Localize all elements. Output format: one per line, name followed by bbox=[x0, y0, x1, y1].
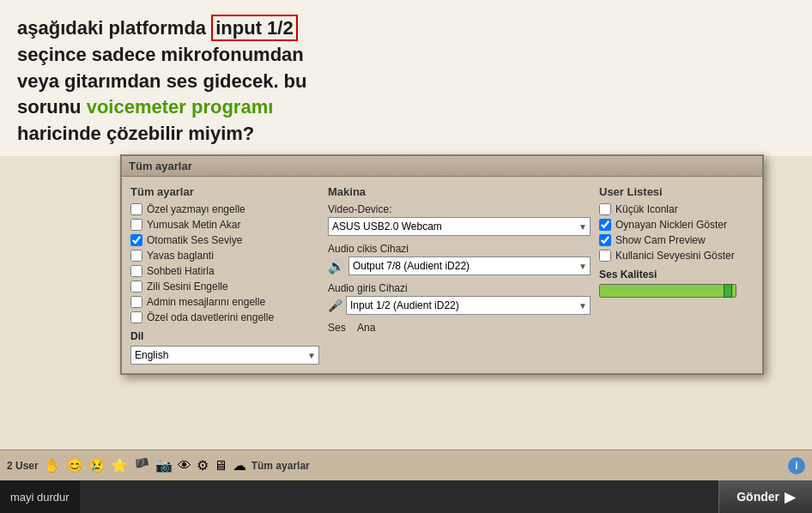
ses-row: Ses Ana bbox=[328, 322, 591, 334]
sad-icon: 😢 bbox=[88, 457, 106, 474]
dil-label: Dil bbox=[130, 330, 319, 342]
video-device-select[interactable]: ASUS USB2.0 Webcam bbox=[328, 217, 591, 236]
bottom-left-label: mayi durdur bbox=[0, 491, 80, 504]
checkbox-yumusak: Yumusak Metin Akar bbox=[130, 219, 319, 231]
bottom-input-area[interactable] bbox=[80, 480, 719, 513]
info-button[interactable]: i bbox=[788, 457, 805, 474]
checkbox-admin-label: Admin mesajlarını engelle bbox=[147, 296, 265, 308]
monitor-icon: 🖥 bbox=[214, 458, 227, 474]
audio-giris-group: Audio giris Cihazi 🎤 Input 1/2 (Audient … bbox=[328, 282, 591, 315]
checkbox-otomatik: Otomatik Ses Seviye bbox=[130, 234, 319, 246]
user-count: 2 User bbox=[7, 460, 39, 472]
audio-giris-dropdown-wrapper: Input 1/2 (Audient iD22) ▼ bbox=[346, 296, 591, 315]
eye-icon: 👁 bbox=[178, 458, 191, 474]
checkbox-otomatik-input[interactable] bbox=[130, 234, 142, 246]
checkbox-yavas-label: Yavas baglanti bbox=[147, 250, 214, 262]
tum-ayarlar-dialog: Tüm ayarlar Tüm ayarlar Özel yazmayı eng… bbox=[120, 154, 764, 375]
checkbox-oynayan-label: Oynayan Nickleri Göster bbox=[615, 219, 727, 231]
speaker-icon: 🔊 bbox=[328, 258, 345, 275]
checkbox-otomatik-label: Otomatik Ses Seviye bbox=[147, 234, 242, 246]
checkbox-kucuk: Küçük Iconlar bbox=[599, 203, 754, 215]
checkbox-zil-input[interactable] bbox=[130, 281, 142, 293]
taskbar: 2 User ✋ 😊 😢 ⭐ 🏴 📷 👁 ⚙ 🖥 ☁ Tüm ayarlar i bbox=[0, 450, 812, 480]
top-line4-prefix: sorunu bbox=[17, 96, 87, 118]
dialog-content: Tüm ayarlar Özel yazmayı engelle Yumusak… bbox=[122, 177, 762, 373]
camera-icon: 📷 bbox=[155, 457, 173, 474]
ses-kalitesi-label: Ses Kalitesi bbox=[599, 269, 754, 281]
checkbox-sohbet: Sohbeti Hatirla bbox=[130, 265, 319, 277]
checkbox-show-cam: Show Cam Preview bbox=[599, 234, 754, 246]
user-listesi-header: User Listesi bbox=[599, 185, 754, 198]
checkbox-admin-input[interactable] bbox=[130, 296, 142, 308]
top-line2: seçince sadece mikrofonumdan bbox=[17, 44, 304, 65]
checkbox-kullanici-input[interactable] bbox=[599, 250, 611, 262]
checkbox-zil-label: Zili Sesini Engelle bbox=[147, 281, 228, 293]
audio-cikis-label: Audio cikis Cihazi bbox=[328, 243, 591, 255]
ses-label: Ses bbox=[328, 322, 354, 334]
mic-icon: 🎤 bbox=[328, 299, 342, 312]
checkbox-ozel-yazma-label: Özel yazmayı engelle bbox=[147, 203, 245, 215]
checkbox-yumusak-input[interactable] bbox=[130, 219, 142, 231]
checkbox-ozel-yazma-input[interactable] bbox=[130, 203, 142, 215]
settings-icon[interactable]: ⚙ bbox=[197, 457, 209, 474]
lang-select[interactable]: English bbox=[130, 346, 319, 365]
dialog-titlebar: Tüm ayarlar bbox=[122, 156, 762, 177]
checkbox-kucuk-input[interactable] bbox=[599, 203, 611, 215]
video-device-group: Video-Device: ASUS USB2.0 Webcam ▼ bbox=[328, 203, 591, 236]
audio-cikis-select[interactable]: Output 7/8 (Audient iD22) bbox=[348, 256, 591, 275]
makina-header: Makina bbox=[328, 185, 591, 198]
checkbox-show-cam-label: Show Cam Preview bbox=[615, 234, 706, 246]
right-panel: User Listesi Küçük Iconlar Oynayan Nickl… bbox=[599, 185, 754, 365]
left-panel-header: Tüm ayarlar bbox=[130, 185, 319, 198]
checkbox-ozel-oda: Özel oda davetlerini engelle bbox=[130, 311, 319, 323]
top-line4-green: voicemeter programı bbox=[87, 96, 274, 118]
top-line5: haricinde çözebilir miyim? bbox=[17, 123, 254, 144]
checkbox-yavas: Yavas baglanti bbox=[130, 250, 319, 262]
smile-icon: 😊 bbox=[66, 457, 83, 474]
checkbox-admin: Admin mesajlarını engelle bbox=[130, 296, 319, 308]
audio-cikis-row: 🔊 Output 7/8 (Audient iD22) ▼ bbox=[328, 256, 591, 275]
dialog-title: Tüm ayarlar bbox=[129, 160, 192, 172]
checkbox-ozel-oda-label: Özel oda davetlerini engelle bbox=[147, 311, 274, 323]
top-text-area: aşağıdaki platformda input 1/2 seçince s… bbox=[0, 0, 812, 156]
video-device-label: Video-Device: bbox=[328, 203, 591, 215]
audio-cikis-dropdown-wrapper: Output 7/8 (Audient iD22) ▼ bbox=[348, 256, 591, 275]
left-panel: Tüm ayarlar Özel yazmayı engelle Yumusak… bbox=[130, 185, 319, 365]
audio-cikis-group: Audio cikis Cihazi 🔊 Output 7/8 (Audient… bbox=[328, 243, 591, 275]
audio-giris-label: Audio giris Cihazi bbox=[328, 282, 591, 294]
checkbox-sohbet-input[interactable] bbox=[130, 265, 142, 277]
checkbox-ozel-yazma: Özel yazmayı engelle bbox=[130, 203, 319, 215]
star-icon: ⭐ bbox=[111, 457, 128, 474]
cloud-icon: ☁ bbox=[233, 457, 246, 474]
checkbox-show-cam-input[interactable] bbox=[599, 234, 611, 246]
checkbox-ozel-oda-input[interactable] bbox=[130, 311, 142, 323]
checkbox-yumusak-label: Yumusak Metin Akar bbox=[147, 219, 240, 231]
bottom-bar: mayi durdur Gönder ▶ bbox=[0, 480, 812, 513]
ana-label: Ana bbox=[357, 322, 383, 334]
gonder-arrow-icon: ▶ bbox=[785, 489, 795, 505]
video-device-dropdown-wrapper: ASUS USB2.0 Webcam ▼ bbox=[328, 217, 591, 236]
checkbox-kullanici: Kullanici Sevyesini Göster bbox=[599, 250, 754, 262]
audio-giris-row: 🎤 Input 1/2 (Audient iD22) ▼ bbox=[328, 296, 591, 315]
top-highlight-box: input 1/2 bbox=[211, 15, 297, 41]
checkbox-zil: Zili Sesini Engelle bbox=[130, 281, 319, 293]
ses-kalitesi-slider-thumb[interactable] bbox=[724, 284, 732, 298]
gonder-button[interactable]: Gönder ▶ bbox=[718, 480, 812, 513]
flag-icon: 🏴 bbox=[133, 457, 150, 474]
tum-ayarlar-taskbar[interactable]: Tüm ayarlar bbox=[251, 460, 310, 472]
checkbox-kullanici-label: Kullanici Sevyesini Göster bbox=[615, 250, 735, 262]
top-line1-prefix: aşağıdaki platformda bbox=[17, 17, 206, 39]
checkbox-oynayan: Oynayan Nickleri Göster bbox=[599, 219, 754, 231]
gonder-label: Gönder bbox=[736, 490, 779, 504]
middle-panel: Makina Video-Device: ASUS USB2.0 Webcam … bbox=[328, 185, 591, 365]
top-line3: veya gitarımdan ses gidecek. bu bbox=[17, 70, 306, 92]
hand-icon: ✋ bbox=[44, 457, 61, 474]
ses-kalitesi-slider-track bbox=[599, 284, 736, 298]
checkbox-kucuk-label: Küçük Iconlar bbox=[615, 203, 678, 215]
checkbox-oynayan-input[interactable] bbox=[599, 219, 611, 231]
audio-giris-select[interactable]: Input 1/2 (Audient iD22) bbox=[346, 296, 591, 315]
lang-dropdown-wrapper: English ▼ bbox=[130, 346, 319, 365]
checkbox-yavas-input[interactable] bbox=[130, 250, 142, 262]
checkbox-sohbet-label: Sohbeti Hatirla bbox=[147, 265, 215, 277]
